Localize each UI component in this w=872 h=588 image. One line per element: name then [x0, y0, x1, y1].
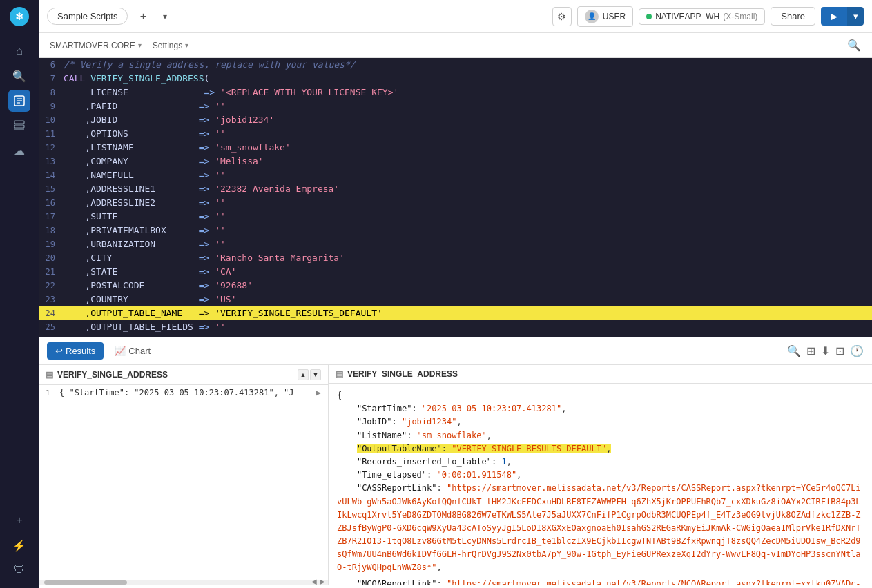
- json-line-ncoalink: "NCOAReportLink": "https://smartmover.me…: [337, 578, 864, 585]
- results-search-icon[interactable]: 🔍: [787, 344, 801, 357]
- results-tab-icon: ↩: [55, 346, 63, 356]
- code-line-19: 19 ,URBANIZATION => '': [39, 237, 872, 251]
- tab-settings-label: Settings: [153, 41, 182, 50]
- tab-chevron-2: ▾: [185, 41, 188, 49]
- sidebar-item-worksheets[interactable]: [8, 90, 30, 112]
- code-line-14: 14 ,NAMEFULL => '': [39, 168, 872, 182]
- svg-text:❄: ❄: [15, 11, 23, 22]
- sidebar-item-data[interactable]: [8, 115, 30, 137]
- code-line-6: 6 /* Verify a single address, replace wi…: [39, 58, 872, 72]
- run-button[interactable]: ▶: [821, 7, 847, 26]
- scrollbar-thumb: [44, 580, 127, 585]
- code-line-25: 25 ,OUTPUT_TABLE_FIELDS => '': [39, 320, 872, 334]
- results-grid-icon[interactable]: ⊞: [806, 344, 815, 357]
- results-download-icon[interactable]: ⬇: [821, 344, 830, 357]
- json-line-jobid: "JobID": "jobid1234",: [337, 415, 864, 429]
- user-label: USER: [603, 12, 626, 21]
- user-badge[interactable]: 👤 USER: [577, 6, 633, 27]
- scroll-up-button[interactable]: ▲: [298, 369, 309, 380]
- sidebar-item-cloud[interactable]: ☁: [8, 139, 30, 161]
- json-line-records: "Records_inserted_to_table": 1,: [337, 455, 864, 469]
- results-container: ↩ Results 📈 Chart 🔍 ⊞ ⬇ ⊡ 🕐 ▤ VERIFY_S: [39, 337, 872, 585]
- wh-size: (X-Small): [723, 12, 757, 21]
- dropdown-button[interactable]: ▾: [155, 7, 175, 26]
- code-line-10: 10 ,JOBID => 'jobid1234': [39, 113, 872, 127]
- tab-smartmover-label: SMARTMOVER.CORE: [50, 41, 135, 50]
- topbar-add-icons: + ▾: [133, 7, 175, 26]
- json-header-icon: ▤: [336, 369, 343, 379]
- code-line-26: 26 );: [39, 334, 872, 337]
- svg-rect-7: [14, 125, 24, 128]
- json-line-listname: "ListName": "sm_snowflake",: [337, 429, 864, 442]
- json-line-outputtablename: "OutputTableName": "VERIFY_SINGLE_RESULT…: [337, 442, 864, 455]
- tab-chevron-1: ▾: [138, 41, 142, 49]
- tab-label: Sample Scripts: [57, 11, 117, 21]
- results-toolbar-icons: 🔍 ⊞ ⬇ ⊡ 🕐: [787, 344, 864, 357]
- code-line-12: 12 ,LISTNAME => 'sm_snowflake': [39, 141, 872, 155]
- table-panel: ▤ VERIFY_SINGLE_ADDRESS ▲ ▼ 1 { "StartTi…: [39, 365, 329, 585]
- json-header: ▤ VERIFY_SINGLE_ADDRESS: [329, 365, 872, 384]
- json-panel: ▤ VERIFY_SINGLE_ADDRESS { "StartTime": "…: [329, 365, 872, 585]
- code-line-22: 22 ,POSTALCODE => '92688': [39, 279, 872, 293]
- row-number: 1: [46, 389, 59, 398]
- wh-label: NATIVEAPP_WH: [655, 12, 719, 21]
- tab-settings[interactable]: Settings ▾: [153, 37, 188, 55]
- table-title: VERIFY_SINGLE_ADDRESS: [57, 370, 168, 380]
- code-line-8: 8 LICENSE => '<REPLACE_WITH_YOUR_LICENSE…: [39, 86, 872, 99]
- warehouse-status-dot: [646, 14, 652, 19]
- sidebar-item-home[interactable]: ⌂: [8, 40, 30, 62]
- results-split-icon[interactable]: ⊡: [835, 344, 844, 357]
- table-header: ▤ VERIFY_SINGLE_ADDRESS ▲ ▼: [39, 365, 328, 385]
- code-line-13: 13 ,COMPANY => 'Melissa': [39, 155, 872, 168]
- chart-tab-label: Chart: [128, 346, 151, 356]
- code-line-17: 17 ,SUITE => '': [39, 210, 872, 224]
- app-logo[interactable]: ❄: [8, 6, 30, 28]
- results-clock-icon[interactable]: 🕐: [850, 344, 864, 357]
- json-title: VERIFY_SINGLE_ADDRESS: [347, 369, 458, 379]
- row-content: { "StartTime": "2025-03-05 10:23:07.4132…: [59, 388, 316, 398]
- code-line-15: 15 ,ADDRESSLINE1 => '22382 Avenida Empre…: [39, 182, 872, 196]
- results-tab-button[interactable]: ↩ Results: [47, 342, 104, 360]
- run-icon: ▶: [831, 11, 837, 21]
- chart-tab-icon: 📈: [115, 346, 126, 356]
- table-nav-arrows: ◀ ▶: [309, 578, 328, 585]
- code-line-7: 7 CALL VERIFY_SINGLE_ADDRESS(: [39, 72, 872, 86]
- table-scroll-area[interactable]: 1 { "StartTime": "2025-03-05 10:23:07.41…: [39, 385, 328, 585]
- run-dropdown-button[interactable]: ▾: [847, 7, 864, 26]
- code-line-20: 20 ,CITY => 'Rancho Santa Margarita': [39, 251, 872, 265]
- svg-rect-6: [14, 121, 24, 124]
- worksheet-tab[interactable]: Sample Scripts: [47, 8, 128, 25]
- main-content: Sample Scripts + ▾ ⚙ 👤 USER NATIVEAPP_WH…: [39, 0, 872, 588]
- code-line-11: 11 ,OPTIONS => '': [39, 127, 872, 141]
- warehouse-badge[interactable]: NATIVEAPP_WH (X-Small): [639, 8, 765, 25]
- filter-button[interactable]: ⚙: [552, 7, 572, 26]
- results-body: ▤ VERIFY_SINGLE_ADDRESS ▲ ▼ 1 { "StartTi…: [39, 365, 872, 585]
- tab-smartmover-core[interactable]: SMARTMOVER.CORE ▾: [50, 37, 142, 55]
- table-horizontal-scrollbar[interactable]: ◀ ▶: [39, 580, 328, 585]
- table-title-icon: ▤: [46, 370, 53, 380]
- json-open-brace: {: [337, 389, 864, 402]
- code-line-23: 23 ,COUNTRY => 'US': [39, 293, 872, 306]
- json-content[interactable]: { "StartTime": "2025-03-05 10:23:07.4132…: [329, 384, 872, 585]
- scroll-right-arrow[interactable]: ▶: [320, 578, 325, 585]
- scroll-left-arrow[interactable]: ◀: [311, 578, 317, 585]
- sidebar-item-search[interactable]: 🔍: [8, 65, 30, 87]
- sidebar-item-activities[interactable]: ⚡: [8, 534, 30, 556]
- chart-tab-button[interactable]: 📈 Chart: [106, 342, 159, 360]
- sidebar: ❄ ⌂ 🔍 ☁ + ⚡ 🛡: [0, 0, 39, 588]
- table-row[interactable]: 1 { "StartTime": "2025-03-05 10:23:07.41…: [39, 385, 328, 400]
- add-tab-button[interactable]: +: [133, 7, 153, 26]
- json-line-elapsed: "Time_elapsed": "0:00:01.911548",: [337, 469, 864, 482]
- editor-tabs: SMARTMOVER.CORE ▾ Settings ▾ 🔍: [39, 33, 872, 58]
- code-line-18: 18 ,PRIVATEMAILBOX => '': [39, 224, 872, 237]
- results-tabs-bar: ↩ Results 📈 Chart 🔍 ⊞ ⬇ ⊡ 🕐: [39, 337, 872, 365]
- code-editor[interactable]: 6 /* Verify a single address, replace wi…: [39, 58, 872, 337]
- sidebar-item-security[interactable]: 🛡: [8, 559, 30, 581]
- scroll-down-button[interactable]: ▼: [310, 369, 321, 380]
- sidebar-item-add[interactable]: +: [8, 509, 30, 531]
- code-line-21: 21 ,STATE => 'CA': [39, 265, 872, 279]
- row-expand-arrow[interactable]: ▶: [316, 388, 321, 398]
- share-button[interactable]: Share: [771, 7, 815, 26]
- editor-search-button[interactable]: 🔍: [847, 39, 861, 52]
- json-line-cassreport: "CASSReportLink": "https://smartmover.me…: [337, 482, 864, 574]
